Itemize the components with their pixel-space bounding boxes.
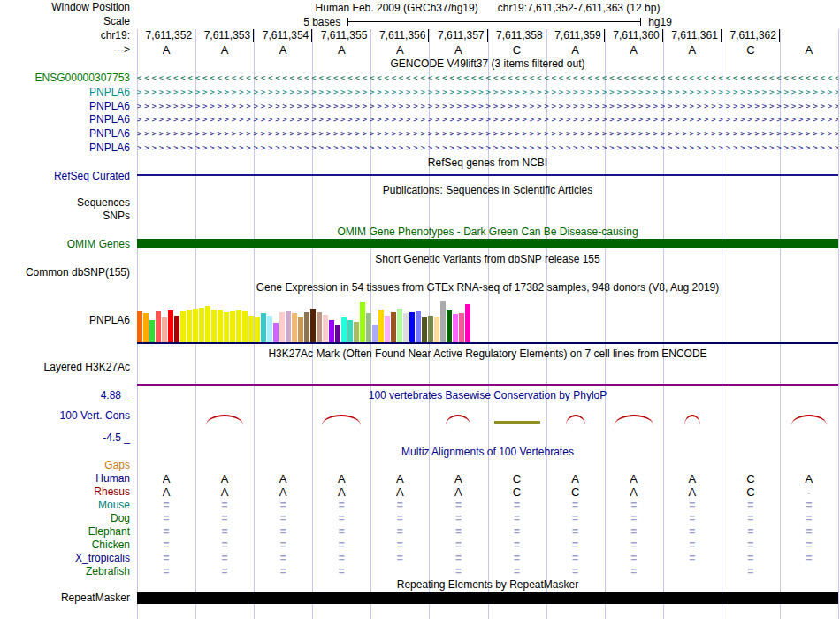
gtex-bar[interactable]	[279, 312, 285, 342]
publications-track-title[interactable]: Publications: Sequences in Scientific Ar…	[137, 184, 838, 197]
alignment-row[interactable]: ============	[137, 525, 838, 539]
gtex-gene-label[interactable]: PNPLA6	[0, 314, 133, 327]
gtex-bar[interactable]	[298, 317, 303, 342]
gtex-bar[interactable]	[236, 310, 241, 342]
gene-transcript[interactable]: >>>>>>>>>>>>>>>>>>>>>>>>>>>>>>>>>>>>>>>>…	[137, 86, 838, 99]
gtex-bar[interactable]	[422, 317, 427, 342]
gtex-bar[interactable]	[459, 313, 464, 342]
gtex-bar[interactable]	[286, 311, 291, 342]
multiz-track-title[interactable]: Multiz Alignments of 100 Vertebrates	[137, 446, 838, 459]
h3k27ac-signal-line[interactable]	[137, 384, 838, 386]
repeatmasker-track-title[interactable]: Repeating Elements by RepeatMasker	[137, 578, 838, 592]
base-sequence[interactable]: AAAAAACAAACA	[137, 43, 838, 57]
gene-label[interactable]: ENSG00000307753	[0, 72, 133, 85]
gtex-track-title[interactable]: Gene Expression in 54 tissues from GTEx …	[137, 281, 838, 294]
gtex-bar[interactable]	[174, 316, 179, 342]
gtex-bar[interactable]	[224, 312, 229, 342]
layered-h3k27ac-label[interactable]: Layered H3K27Ac	[0, 361, 133, 374]
snps-label[interactable]: SNPs	[0, 210, 133, 223]
gene-transcript[interactable]: >>>>>>>>>>>>>>>>>>>>>>>>>>>>>>>>>>>>>>>>…	[137, 127, 838, 141]
gtex-bar[interactable]	[347, 320, 353, 342]
gene-label[interactable]: PNPLA6	[0, 100, 133, 113]
species-label[interactable]: Human	[0, 472, 133, 485]
species-label[interactable]: Zebrafish	[0, 565, 133, 578]
alignment-row[interactable]: ============	[137, 499, 838, 512]
sequences-label[interactable]: Sequences	[0, 196, 133, 210]
omim-genes-label[interactable]: OMIM Genes	[0, 238, 133, 251]
gaps-label[interactable]: Gaps	[0, 459, 133, 472]
gtex-bar[interactable]	[465, 304, 470, 342]
phylop-track-title[interactable]: 100 vertebrates Basewise Conservation by…	[137, 389, 838, 402]
gtex-bar[interactable]	[230, 311, 235, 342]
gtex-bar[interactable]	[329, 320, 334, 342]
gtex-bar[interactable]	[447, 310, 452, 342]
species-label[interactable]: Elephant	[0, 525, 133, 539]
alignment-row[interactable]: AAAAAACAAACA	[137, 472, 838, 485]
refseq-curated-item[interactable]	[137, 174, 838, 176]
coordinate-ruler[interactable]: 7,611,3527,611,3537,611,3547,611,3557,61…	[137, 29, 838, 42]
gtex-bar[interactable]	[434, 317, 439, 342]
refseq-curated-label[interactable]: RefSeq Curated	[0, 170, 133, 183]
gtex-bar[interactable]	[403, 313, 409, 342]
gtex-bar-chart[interactable]	[137, 298, 838, 342]
gtex-bar[interactable]	[205, 306, 210, 342]
alignment-row[interactable]: ============	[137, 552, 838, 565]
gencode-track-title[interactable]: GENCODE V49lift37 (3 items filtered out)	[137, 57, 838, 71]
gtex-bar[interactable]	[354, 322, 359, 342]
common-dbsnp-label[interactable]: Common dbSNP(155)	[0, 266, 133, 279]
gtex-bar[interactable]	[255, 317, 260, 342]
gene-label[interactable]: PNPLA6	[0, 127, 133, 141]
phylop-track-label[interactable]: 100 Vert. Cons	[0, 409, 133, 423]
repeatmasker-bar[interactable]	[137, 592, 838, 604]
gtex-bar[interactable]	[156, 311, 161, 342]
dbsnp-track-title[interactable]: Short Genetic Variants from dbSNP releas…	[137, 253, 838, 266]
gtex-bar[interactable]	[397, 309, 402, 342]
gtex-bar[interactable]	[143, 313, 149, 342]
gtex-bar[interactable]	[310, 309, 316, 342]
gene-transcript[interactable]: <<<<<<<<<<<<<<<<<<<<<<<<<<<<<<<<<<<<<<<<…	[137, 72, 838, 85]
alignment-row[interactable]: AAAAAACCAAC-	[137, 485, 838, 499]
gtex-bar[interactable]	[149, 320, 155, 342]
gtex-bar[interactable]	[187, 310, 192, 342]
species-label[interactable]: Mouse	[0, 499, 133, 512]
gtex-bar[interactable]	[360, 302, 365, 342]
gtex-bar[interactable]	[428, 316, 433, 342]
gene-label[interactable]: PNPLA6	[0, 113, 133, 126]
repeatmasker-label[interactable]: RepeatMasker	[0, 592, 133, 605]
gtex-bar[interactable]	[391, 312, 396, 342]
gtex-bar[interactable]	[366, 313, 371, 342]
gtex-bar[interactable]	[440, 301, 446, 342]
gtex-bar[interactable]	[193, 309, 198, 342]
gtex-bar[interactable]	[248, 316, 254, 342]
gtex-bar[interactable]	[267, 316, 272, 342]
gtex-bar[interactable]	[292, 313, 297, 342]
gtex-bar[interactable]	[273, 323, 279, 342]
species-label[interactable]: Dog	[0, 512, 133, 525]
gene-transcript[interactable]: >>>>>>>>>>>>>>>>>>>>>>>>>>>>>>>>>>>>>>>>…	[137, 113, 838, 126]
alignment-row[interactable]: ============	[137, 512, 838, 525]
gtex-bar[interactable]	[211, 310, 217, 342]
gtex-bar[interactable]	[323, 315, 328, 342]
gtex-bar[interactable]	[409, 312, 415, 342]
gtex-bar[interactable]	[453, 314, 458, 342]
alignment-row[interactable]: =========	[137, 565, 838, 578]
gtex-bar[interactable]	[199, 308, 204, 342]
gtex-bar[interactable]	[317, 312, 322, 342]
gtex-bar[interactable]	[416, 311, 421, 342]
gene-label[interactable]: PNPLA6	[0, 141, 133, 155]
gene-label[interactable]: PNPLA6	[0, 86, 133, 99]
gtex-bar[interactable]	[335, 325, 340, 342]
gtex-bar[interactable]	[180, 311, 186, 342]
gtex-bar[interactable]	[218, 310, 223, 342]
refseq-track-title[interactable]: RefSeq genes from NCBI	[137, 157, 838, 170]
omim-track-title[interactable]: OMIM Gene Phenotypes - Dark Green Can Be…	[137, 225, 838, 239]
gtex-bar[interactable]	[242, 311, 248, 342]
species-label[interactable]: Chicken	[0, 539, 133, 552]
gtex-bar[interactable]	[137, 311, 142, 342]
species-label[interactable]: Rhesus	[0, 485, 133, 499]
gene-transcript[interactable]: >>>>>>>>>>>>>>>>>>>>>>>>>>>>>>>>>>>>>>>>…	[137, 100, 838, 113]
alignment-row[interactable]: ============	[137, 539, 838, 552]
gtex-bar[interactable]	[261, 313, 266, 342]
gtex-bar[interactable]	[304, 312, 309, 342]
gtex-bar[interactable]	[341, 317, 347, 342]
